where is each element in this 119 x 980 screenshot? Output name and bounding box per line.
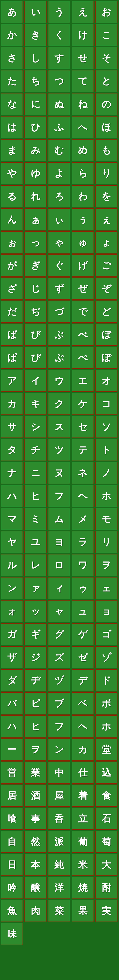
kana-cell[interactable]: ギ <box>24 623 47 645</box>
kana-cell[interactable]: づ <box>48 301 70 323</box>
kana-cell[interactable]: ぶ <box>48 323 70 346</box>
kana-cell[interactable]: ス <box>48 416 70 438</box>
kana-cell[interactable]: バ <box>1 692 23 714</box>
kana-cell[interactable]: ち <box>24 70 47 92</box>
kana-cell[interactable]: そ <box>96 47 117 69</box>
kana-cell[interactable]: 味 <box>1 923 23 945</box>
kana-cell[interactable]: 然 <box>24 830 47 853</box>
kana-cell[interactable]: ツ <box>48 439 70 461</box>
kana-cell[interactable]: ブ <box>48 692 70 714</box>
kana-cell[interactable]: ド <box>96 669 117 692</box>
kana-cell[interactable]: な <box>1 93 23 115</box>
kana-cell[interactable]: か <box>1 24 23 46</box>
kana-cell[interactable]: ゅ <box>72 231 94 253</box>
kana-cell[interactable]: ョ <box>96 600 117 622</box>
kana-cell[interactable]: ラ <box>72 531 94 553</box>
kana-cell[interactable]: グ <box>48 623 70 645</box>
kana-cell[interactable]: ろ <box>48 185 70 207</box>
kana-cell[interactable]: 米 <box>72 854 94 876</box>
kana-cell[interactable]: ヒ <box>24 715 47 738</box>
kana-cell[interactable]: 焼 <box>72 877 94 899</box>
kana-cell[interactable]: 事 <box>24 808 47 830</box>
kana-cell[interactable]: ベ <box>72 692 94 714</box>
kana-cell[interactable]: 居 <box>1 784 23 807</box>
kana-cell[interactable]: お <box>96 1 117 23</box>
kana-cell[interactable]: ッ <box>24 600 47 622</box>
kana-cell[interactable]: 菜 <box>48 900 70 922</box>
kana-cell[interactable]: ゆ <box>24 162 47 185</box>
kana-cell[interactable]: ャ <box>48 600 70 622</box>
kana-cell[interactable]: オ <box>96 370 117 392</box>
kana-cell[interactable]: ぁ <box>24 208 47 231</box>
kana-cell[interactable]: ガ <box>1 623 23 645</box>
kana-cell[interactable]: カ <box>72 738 94 760</box>
kana-cell[interactable]: 萄 <box>96 830 117 853</box>
kana-cell[interactable]: だ <box>1 301 23 323</box>
kana-cell[interactable]: る <box>1 185 23 207</box>
kana-cell[interactable]: ひ <box>24 116 47 138</box>
kana-cell[interactable]: 業 <box>24 762 47 784</box>
kana-cell[interactable]: ま <box>1 139 23 161</box>
kana-cell[interactable]: へ <box>72 116 94 138</box>
kana-cell[interactable]: ワ <box>72 554 94 576</box>
kana-cell[interactable]: ハ <box>1 715 23 738</box>
kana-cell[interactable]: ビ <box>24 692 47 714</box>
kana-cell[interactable]: モ <box>96 508 117 530</box>
kana-cell[interactable]: し <box>24 47 47 69</box>
kana-cell[interactable]: て <box>72 70 94 92</box>
kana-cell[interactable]: 洋 <box>48 877 70 899</box>
kana-cell[interactable]: じ <box>24 277 47 300</box>
kana-cell[interactable]: ヒ <box>24 485 47 507</box>
kana-cell[interactable]: 酒 <box>24 784 47 807</box>
kana-cell[interactable]: ソ <box>96 416 117 438</box>
kana-cell[interactable]: ム <box>48 508 70 530</box>
kana-cell[interactable]: ほ <box>96 116 117 138</box>
kana-cell[interactable]: ク <box>48 393 70 415</box>
kana-cell[interactable]: ェ <box>96 577 117 599</box>
kana-cell[interactable]: ュ <box>72 600 94 622</box>
kana-cell[interactable]: ど <box>96 301 117 323</box>
kana-cell[interactable]: ニ <box>24 462 47 484</box>
kana-cell[interactable]: ヅ <box>48 669 70 692</box>
kana-cell[interactable]: 石 <box>96 808 117 830</box>
kana-cell[interactable]: ン <box>1 577 23 599</box>
kana-cell[interactable]: ぎ <box>24 255 47 277</box>
kana-cell[interactable]: ォ <box>1 600 23 622</box>
kana-cell[interactable]: ハ <box>1 485 23 507</box>
kana-cell[interactable]: と <box>96 70 117 92</box>
kana-cell[interactable]: チ <box>24 439 47 461</box>
kana-cell[interactable]: い <box>24 1 47 23</box>
kana-cell[interactable]: ィ <box>48 577 70 599</box>
kana-cell[interactable]: よ <box>48 162 70 185</box>
kana-cell[interactable]: れ <box>24 185 47 207</box>
kana-cell[interactable]: 大 <box>96 854 117 876</box>
kana-cell[interactable]: ぼ <box>96 323 117 346</box>
kana-cell[interactable]: ヲ <box>96 554 117 576</box>
kana-cell[interactable]: 葡 <box>72 830 94 853</box>
kana-cell[interactable]: レ <box>24 554 47 576</box>
kana-cell[interactable]: デ <box>72 669 94 692</box>
kana-cell[interactable]: マ <box>1 508 23 530</box>
kana-cell[interactable]: ば <box>1 323 23 346</box>
kana-cell[interactable]: く <box>48 24 70 46</box>
kana-cell[interactable]: ゲ <box>72 623 94 645</box>
kana-cell[interactable]: も <box>96 139 117 161</box>
kana-cell[interactable]: ぢ <box>24 301 47 323</box>
kana-cell[interactable]: 堂 <box>96 738 117 760</box>
kana-cell[interactable]: す <box>48 47 70 69</box>
kana-cell[interactable]: ざ <box>1 277 23 300</box>
kana-cell[interactable]: ホ <box>96 485 117 507</box>
kana-cell[interactable]: 喰 <box>1 808 23 830</box>
kana-cell[interactable]: ぃ <box>48 208 70 231</box>
kana-cell[interactable]: ぞ <box>96 277 117 300</box>
kana-cell[interactable]: ル <box>1 554 23 576</box>
kana-cell[interactable]: ヨ <box>48 531 70 553</box>
kana-cell[interactable]: ら <box>72 162 94 185</box>
kana-cell[interactable]: 営 <box>1 762 23 784</box>
kana-cell[interactable]: 着 <box>72 784 94 807</box>
kana-cell[interactable]: ぬ <box>48 93 70 115</box>
kana-cell[interactable]: ゴ <box>96 623 117 645</box>
kana-cell[interactable]: フ <box>48 715 70 738</box>
kana-cell[interactable]: を <box>96 185 117 207</box>
kana-cell[interactable]: ズ <box>48 646 70 668</box>
